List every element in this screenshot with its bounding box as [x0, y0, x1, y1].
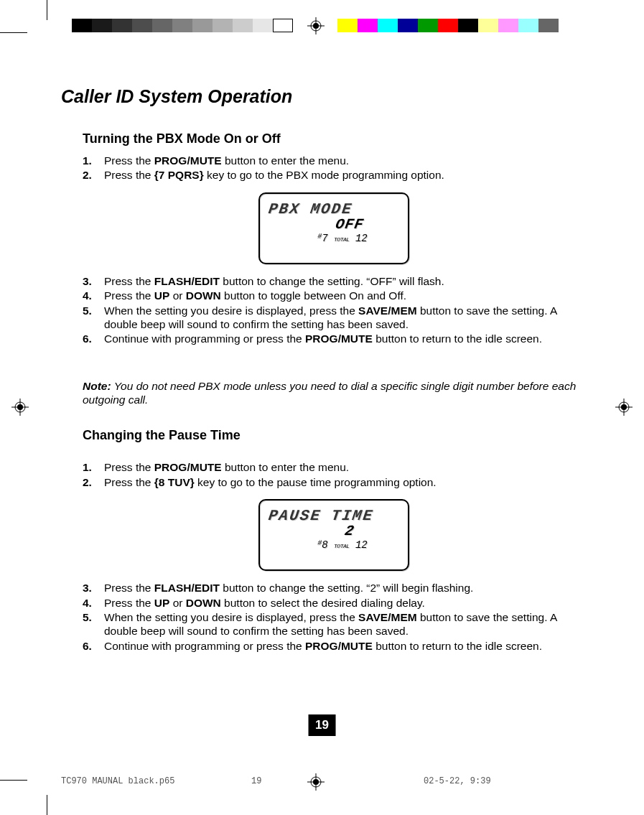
lcd-line1: PBX MODE	[267, 201, 403, 218]
crop-mark	[0, 32, 27, 33]
step-text: Press the PROG/MUTE button to enter the …	[104, 460, 585, 474]
step-text: Press the FLASH/EDIT button to change th…	[104, 581, 585, 595]
pbx-steps-before: 1.Press the PROG/MUTE button to enter th…	[83, 154, 585, 182]
note-text: Note: You do not need PBX mode unless yo…	[83, 379, 585, 407]
grayscale-bar	[72, 19, 293, 32]
step-item: 6.Continue with programming or press the…	[83, 639, 585, 653]
lcd-display-pbx: PBX MODE OFF #7 TOTAL 12	[258, 192, 409, 264]
pbx-steps-after: 3.Press the FLASH/EDIT button to change …	[83, 274, 585, 346]
step-number: 3.	[83, 274, 104, 288]
step-text: Continue with programming or press the P…	[104, 639, 585, 653]
lcd-line3: #7 TOTAL 12	[269, 233, 402, 244]
footer-page: 19	[251, 776, 424, 786]
step-text: Press the {7 PQRS} key to go to the PBX …	[104, 168, 585, 182]
section-pbx-title: Turning the PBX Mode On or Off	[83, 131, 585, 146]
step-text: Press the UP or DOWN button to select th…	[104, 596, 585, 610]
step-text: Press the UP or DOWN button to toggle be…	[104, 289, 585, 302]
step-number: 2.	[83, 475, 104, 489]
color-bar	[337, 19, 559, 32]
crop-mark	[47, 795, 47, 815]
step-number: 4.	[83, 289, 104, 302]
step-item: 3.Press the FLASH/EDIT button to change …	[83, 274, 585, 288]
step-item: 4.Press the UP or DOWN button to select …	[83, 596, 585, 610]
footer-date: 02-5-22, 9:39	[424, 776, 491, 786]
pause-steps-before: 1.Press the PROG/MUTE button to enter th…	[83, 460, 585, 489]
footer-file: TC970 MAUNAL black.p65	[61, 776, 251, 786]
crop-mark	[0, 780, 27, 781]
step-number: 5.	[83, 304, 104, 332]
step-text: Press the PROG/MUTE button to enter the …	[104, 154, 585, 167]
step-item: 1.Press the PROG/MUTE button to enter th…	[83, 154, 585, 167]
lcd-display-pause: PAUSE TIME 2 #8 TOTAL 12	[258, 499, 409, 571]
lcd-line3: #8 TOTAL 12	[269, 539, 402, 551]
step-number: 1.	[83, 460, 104, 474]
step-text: Press the FLASH/EDIT button to change th…	[104, 274, 585, 288]
registration-mark-icon	[615, 399, 633, 416]
step-text: Press the {8 TUV} key to go to the pause…	[104, 475, 585, 489]
step-number: 1.	[83, 154, 104, 167]
step-item: 5.When the setting you desire is display…	[83, 304, 585, 332]
lcd-line1: PAUSE TIME	[267, 508, 403, 524]
step-item: 2.Press the {7 PQRS} key to go to the PB…	[83, 168, 585, 182]
crop-mark	[47, 0, 47, 20]
registration-mark-icon	[307, 17, 325, 34]
registration-mark-icon	[11, 399, 29, 416]
lcd-line2: 2	[267, 523, 403, 539]
step-text: When the setting you desire is displayed…	[104, 610, 585, 638]
section-pause-title: Changing the Pause Time	[83, 428, 585, 443]
pause-steps-after: 3.Press the FLASH/EDIT button to change …	[83, 581, 585, 653]
step-item: 2.Press the {8 TUV} key to go to the pau…	[83, 475, 585, 489]
footer: TC970 MAUNAL black.p65 19 02-5-22, 9:39	[61, 776, 597, 786]
lcd-line2: OFF	[267, 216, 403, 233]
step-number: 6.	[83, 332, 104, 345]
step-number: 2.	[83, 168, 104, 182]
page-title: Caller ID System Operation	[61, 86, 585, 107]
step-number: 6.	[83, 639, 104, 653]
step-text: When the setting you desire is displayed…	[104, 304, 585, 332]
step-number: 4.	[83, 596, 104, 610]
step-item: 1.Press the PROG/MUTE button to enter th…	[83, 460, 585, 474]
step-text: Continue with programming or press the P…	[104, 332, 585, 345]
step-item: 4.Press the UP or DOWN button to toggle …	[83, 289, 585, 302]
page-number: 19	[308, 714, 336, 736]
step-item: 6.Continue with programming or press the…	[83, 332, 585, 345]
step-item: 5.When the setting you desire is display…	[83, 610, 585, 638]
step-item: 3.Press the FLASH/EDIT button to change …	[83, 581, 585, 595]
step-number: 3.	[83, 581, 104, 595]
step-number: 5.	[83, 610, 104, 638]
